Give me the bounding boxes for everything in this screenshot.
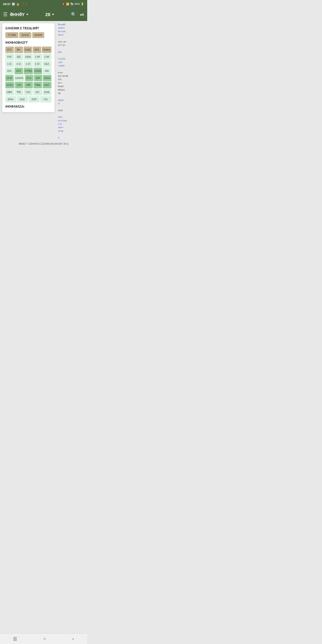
cell-5-0[interactable]: ΛΣΖΗ. [5, 82, 14, 88]
nav-title[interactable]: ϑΗΗϑΥ [10, 12, 28, 17]
cell-2-3[interactable]: 2 ΣΓ. [33, 61, 42, 67]
time-display: 09:57 [3, 2, 10, 6]
nav-right: 🔍 aA [71, 12, 84, 17]
grid-row-2: 1 ΣΙ. 2 ΣΙ. 1 ΣΓ. 2 ΣΓ. ΗΣΖ. [5, 61, 52, 67]
wifi-icon: 📶 [66, 2, 69, 6]
cell-2-2[interactable]: 1 ΣΓ. [24, 61, 33, 67]
cell-3-1[interactable]: ΣΘΤ. [14, 68, 23, 74]
cell-7-3[interactable]: ΓΟΙ. [40, 96, 51, 102]
cell-0-1[interactable]: ϑΗ. [14, 46, 23, 53]
right-line-7: ΟΟΟ. [58, 109, 64, 112]
cell-5-2[interactable]: ΛϑΓ. [24, 82, 33, 88]
cell-6-0[interactable]: ΗϑΘ. [5, 89, 14, 96]
status-right: 🔇 📶 📡 83% 🔋 [62, 2, 84, 6]
cell-7-0[interactable]: ΘΟΗ. [5, 96, 16, 102]
content-area: ΣΛΗΣΘΘΙ Σ ΤΕΣΙΔ.ΘϑΤ Τ.ΓΣϑΧ ΟΛΗΣ ΟΗΣΘ ΙΗΟ… [0, 21, 87, 141]
grid-row-3: ΙΟΛ. ΣΘΤ. ΟϒϑΘ ΣΖΘΘ ΟΙΙΙ. [5, 68, 52, 74]
right-line-1: ϑΛΛΘϑΙΔΣΘΣΙΙΘΤ ΙΙΣΘ,ΘΣΛΣ. [58, 24, 66, 36]
cell-6-1[interactable]: ϒϑΙ. [15, 89, 24, 96]
cell-0-3[interactable]: ΙΖΗΙ. [33, 46, 41, 53]
title-chevron-icon [26, 14, 28, 15]
cell-0-2[interactable]: ΙΟΙΔΣ [24, 46, 32, 53]
right-text-content: ϑΛΛΘϑΙΔΣΘΣΙΙΘΤ ΙΙΣΘ,ΘΣΛΣ. ΛΟΛ. ΟΛΛΓΤ ΟΛ … [58, 23, 86, 140]
cell-3-3[interactable]: ΣΖΘΘ [34, 68, 42, 74]
right-line-4: Θ.ΖΖΖΘ.ΖΘΤΙ ΙΘΣΘΙ [58, 58, 66, 67]
cell-4-1[interactable]: ΣΖΗΗΣ [14, 75, 24, 81]
cell-2-1[interactable]: 2 ΣΙ. [15, 61, 24, 67]
right-line-5: Β-ΛΛ(ΙΔΥ 28:28)ΖΓΣ,ΙΣΓ+ΒΙΔΙΙΣΒΘΣΣΖΣΒ [58, 72, 68, 94]
cell-0-4[interactable]: ΟΗΙΔΛ [42, 46, 51, 53]
bottom-bar-text: ϑΘΘΣΓ Γ ΟΖΗΙΗΣΓΛι ΣΖΣΘΘΟΛΘΙ (ΘΛΛΘΤ 39:1) [0, 141, 87, 146]
chapter-chevron-icon [52, 14, 54, 15]
cell-1-2[interactable]: ΟΟΗ. [24, 54, 33, 60]
section1-title: ΣΛΗΣΘΘΙ Σ ΤΕΣΙΔ.ΘϑΤ [5, 26, 52, 30]
status-bar: 09:57 🖼 🔒 ❗ · 🔇 📶 📡 83% 🔋 [0, 0, 87, 8]
chapter-selector[interactable]: 28 [46, 12, 54, 17]
status-left: 09:57 🖼 🔒 ❗ · [3, 2, 27, 6]
grid-row-7: ΘΟΗ. ΛΟΖ. ΖΟΡ. ΓΟΙ. [5, 96, 52, 102]
nav-left: ☰ ϑΗΗϑΥ [3, 12, 28, 18]
grid-row-4: ΟΓΘ. ΣΖΗΗΣ ΣΓΟ. ΣΘΓ. ΣΖΗΛ [5, 75, 52, 81]
lock-icon: 🔒 [16, 2, 20, 6]
cell-4-2[interactable]: ΣΓΟ. [25, 75, 33, 81]
cell-4-3[interactable]: ΣΘΓ. [34, 75, 42, 81]
right-panel: ϑΛΛΘϑΙΔΣΘΣΙΙΘΤ ΙΙΣΘ,ΘΣΛΣ. ΛΟΛ. ΟΛΛΓΤ ΟΛ … [57, 21, 88, 141]
battery-display: 83% [74, 2, 80, 6]
grid-row-6: ΗϑΘ. ϒϑΙ. ΓΣΖ. ΙΛΓ. ΛΟΘ. [5, 89, 52, 96]
tag-3[interactable]: ΟΗΣΘ [32, 32, 44, 38]
cell-6-4[interactable]: ΛΟΘ. [43, 89, 52, 96]
cell-5-3[interactable]: ϒϑΙΔ. [34, 82, 42, 88]
cell-3-4[interactable]: ΟΙΙΙ. [43, 68, 51, 74]
popup-card: ΣΛΗΣΘΘΙ Σ ΤΕΣΙΔ.ΘϑΤ Τ.ΓΣϑΧ ΟΛΗΣ ΟΗΣΘ ΙΗΟ… [2, 23, 54, 112]
left-panel: ΣΛΗΣΘΘΙ Σ ΤΕΣΙΔ.ΘϑΤ Τ.ΓΣϑΧ ΟΛΗΣ ΟΗΣΘ ΙΗΟ… [0, 21, 57, 141]
tag-2[interactable]: ΟΛΗΣ [19, 32, 31, 38]
cell-3-0[interactable]: ΙΟΛ. [5, 68, 14, 74]
cell-3-2[interactable]: ΟϒϑΘ [24, 68, 33, 74]
battery-icon: 🔋 [81, 2, 84, 6]
section3-title: ΙΗΟΦΛΙΙΛΣΛι [5, 105, 52, 108]
grid-row-1: ϒΟΓ. ΙΖΕ. ΟΟΗ. 1 ΘΓ 2 ΘΓ [5, 54, 52, 60]
dot-icon: · [26, 2, 27, 6]
section2-title: ΙΗΟΦΛΟΒΛΣΓΓ [5, 41, 52, 44]
image-icon: 🖼 [12, 2, 15, 6]
cell-6-3[interactable]: ΙΛΓ. [33, 89, 42, 96]
cell-0-0[interactable]: ΟΓΖ. [5, 46, 14, 53]
cell-2-0[interactable]: 1 ΣΙ. [5, 61, 14, 67]
cell-6-2[interactable]: ΓΣΖ. [24, 89, 33, 96]
cell-1-3[interactable]: 1 ΘΓ [33, 54, 42, 60]
search-icon[interactable]: 🔍 [71, 12, 76, 17]
cell-4-4[interactable]: ΣΖΗΛ [43, 75, 51, 81]
cell-4-0[interactable]: ΟΓΘ. [5, 75, 14, 81]
cell-5-4[interactable]: ΗΟΓ. [43, 82, 51, 88]
right-line-9: Ζ. [58, 137, 60, 139]
right-line-3: Ζ84 [58, 51, 62, 53]
cell-1-1[interactable]: ΙΖΕ. [15, 54, 24, 60]
right-line-8: ΖϒΖΙΗΙ ΣΓΛΣΒΛ ΖΓ.ΔΙΔΓ+33-38. [58, 116, 67, 132]
mute-icon: 🔇 [62, 2, 65, 6]
main-grid: ΟΓΖ. ϑΗ. ΙΟΙΔΣ ΙΖΗΙ. ΟΗΙΔΛ ϒΟΓ. ΙΖΕ. ΟΟΗ… [5, 46, 52, 102]
font-size-icon[interactable]: aA [80, 13, 84, 16]
cell-1-0[interactable]: ϒΟΓ. [5, 54, 14, 60]
cell-7-2[interactable]: ΖΟΡ. [28, 96, 40, 102]
menu-icon[interactable]: ☰ [3, 12, 8, 18]
cell-1-4[interactable]: 2 ΘΓ [43, 54, 52, 60]
right-line-6: ΙΒΙΔΙΖΙΣ [58, 99, 64, 105]
grid-row-5: ΛΣΖΗ. ΛΟΙ. ΛϑΓ. ϒϑΙΔ. ΗΟΓ. [5, 82, 52, 88]
tag-1[interactable]: Τ.ΓΣϑΧ [5, 32, 18, 38]
tag-group-1: Τ.ΓΣϑΧ ΟΛΗΣ ΟΗΣΘ [5, 32, 52, 38]
signal-icon: 📡 [70, 2, 74, 6]
cell-5-1[interactable]: ΛΟΙ. [15, 82, 24, 88]
grid-row-0: ΟΓΖ. ϑΗ. ΙΟΙΔΣ ΙΖΗΙ. ΟΗΙΔΛ [5, 46, 52, 53]
cell-7-1[interactable]: ΛΟΖ. [17, 96, 28, 102]
right-line-2: ΛΟΛ. ΟΛΛΓΤ ΟΛ [58, 41, 66, 46]
alert-icon: ❗ [21, 2, 24, 6]
cell-2-4[interactable]: ΗΣΖ. [43, 61, 52, 67]
nav-bar: ☰ ϑΗΗϑΥ 28 🔍 aA [0, 8, 87, 21]
